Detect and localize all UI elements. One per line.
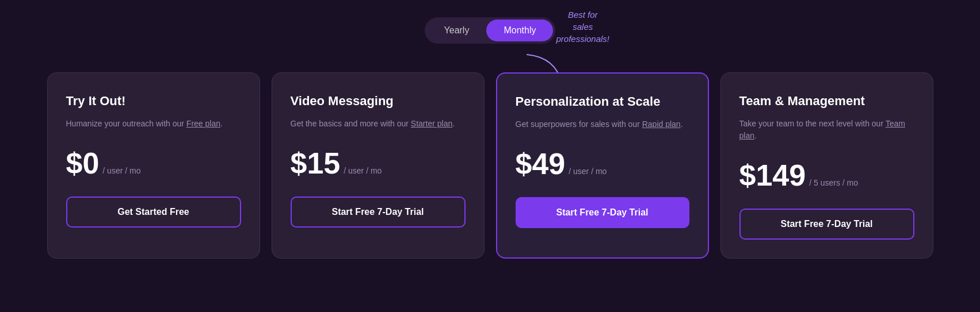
price-amount-personalization: $49 [516,147,566,181]
price-amount-try-it-out: $0 [66,146,100,180]
plan-description-team-management: Take your team to the next level with ou… [739,118,914,142]
price-amount-team-management: $149 [739,158,806,192]
plan-price-team-management: $149 / 5 users / mo [739,158,914,192]
cta-btn-team-management[interactable]: Start Free 7-Day Trial [739,209,914,240]
plan-title-video-messaging: Video Messaging [291,94,466,109]
plan-price-personalization: $49 / user / mo [516,147,689,181]
billing-toggle: Yearly Monthly [425,17,556,44]
plan-price-try-it-out: $0 / user / mo [66,146,241,180]
billing-toggle-section: Yearly Monthly Best for sales profession… [425,17,556,44]
plan-title-try-it-out: Try It Out! [66,94,241,109]
pricing-cards: Try It Out! Humanize your outreach with … [24,72,956,259]
price-amount-video-messaging: $15 [291,146,341,180]
price-period-video-messaging: / user / mo [344,166,382,175]
plan-description-personalization: Get superpowers for sales with our Rapid… [516,118,689,130]
monthly-toggle-btn[interactable]: Monthly [486,20,553,41]
plan-description-video-messaging: Get the basics and more with our Starter… [291,118,466,130]
price-period-personalization: / user / mo [569,167,607,176]
plan-link-personalization[interactable]: Rapid plan [642,120,681,129]
plan-card-video-messaging: Video Messaging Get the basics and more … [272,72,485,259]
plan-description-try-it-out: Humanize your outreach with our Free pla… [66,118,241,130]
plan-link-try-it-out[interactable]: Free plan [186,119,220,128]
plan-title-personalization: Personalization at Scale [516,94,689,109]
annotation-text: Best for sales professionals! [556,10,609,44]
plan-card-try-it-out: Try It Out! Humanize your outreach with … [47,72,260,259]
plan-card-team-management: Team & Management Take your team to the … [720,72,933,259]
plan-link-video-messaging[interactable]: Starter plan [411,119,452,128]
plan-price-video-messaging: $15 / user / mo [291,146,466,180]
cta-btn-try-it-out[interactable]: Get Started Free [66,197,241,228]
cta-btn-personalization[interactable]: Start Free 7-Day Trial [516,197,689,228]
plan-title-team-management: Team & Management [739,94,914,109]
yearly-toggle-btn[interactable]: Yearly [427,20,487,41]
price-period-team-management: / 5 users / mo [809,178,858,187]
price-period-try-it-out: / user / mo [102,166,140,175]
plan-card-personalization: Personalization at Scale Get superpowers… [496,72,709,259]
cta-btn-video-messaging[interactable]: Start Free 7-Day Trial [291,197,466,228]
